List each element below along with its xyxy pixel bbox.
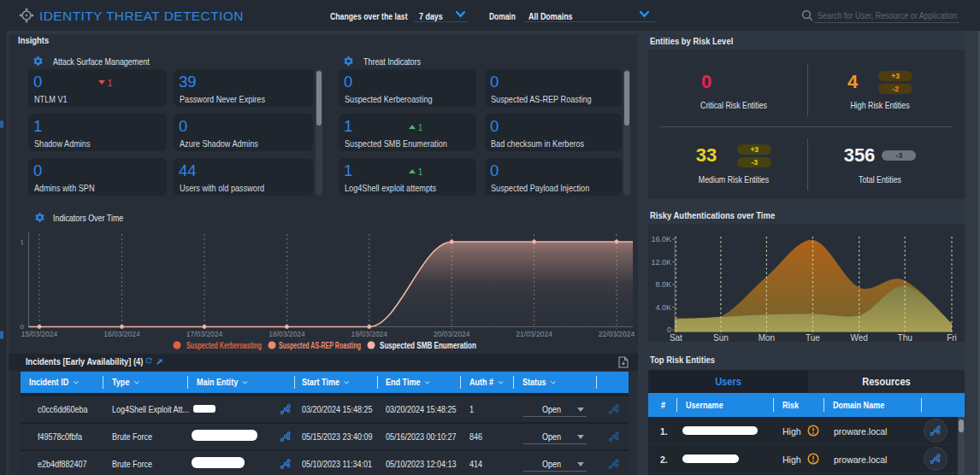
svg-text:Thu: Thu (898, 333, 912, 342)
svg-text:17/03/2024: 17/03/2024 (186, 330, 223, 338)
svg-text:12.0K: 12.0K (651, 258, 671, 267)
svg-text:19/03/2024: 19/03/2024 (351, 330, 388, 338)
svg-text:18/03/2024: 18/03/2024 (269, 330, 305, 338)
svg-text:15/03/2024: 15/03/2024 (21, 330, 58, 338)
svg-text:Sun: Sun (713, 333, 729, 342)
svg-text:8.0K: 8.0K (655, 280, 671, 289)
svg-text:Sat: Sat (670, 333, 682, 342)
svg-text:Mon: Mon (759, 333, 775, 342)
svg-text:Tue: Tue (806, 333, 820, 342)
svg-text:Fri: Fri (947, 333, 957, 342)
svg-text:Suspected AS-REP Roasting: Suspected AS-REP Roasting (279, 341, 361, 350)
svg-text:16/03/2024: 16/03/2024 (103, 330, 140, 338)
svg-text:16.0K: 16.0K (651, 235, 671, 243)
svg-text:4.0K: 4.0K (655, 303, 671, 312)
svg-text:Suspected Kerberoasting: Suspected Kerberoasting (186, 341, 262, 350)
svg-text:Wed: Wed (851, 333, 868, 342)
svg-text:21/03/2024: 21/03/2024 (516, 330, 552, 338)
svg-text:20/03/2024: 20/03/2024 (434, 330, 470, 338)
svg-text:Suspected SMB Enumeration: Suspected SMB Enumeration (380, 341, 476, 350)
svg-text:22/03/2024: 22/03/2024 (599, 330, 635, 338)
svg-text:1: 1 (21, 238, 25, 246)
